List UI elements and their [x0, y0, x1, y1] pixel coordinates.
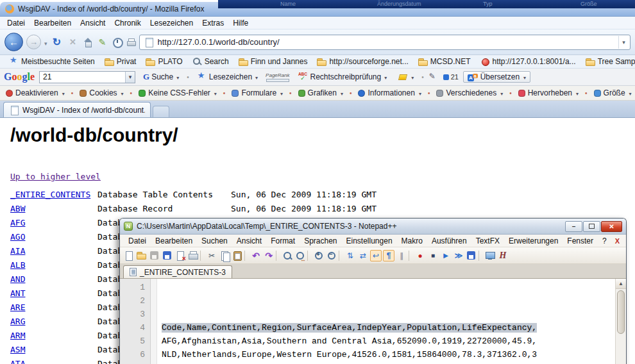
directory-entry-link[interactable]: ARG: [10, 317, 25, 326]
vertical-scrollbar[interactable]: [615, 279, 626, 364]
save-all-icon[interactable]: [162, 250, 173, 261]
printer-icon[interactable]: [126, 37, 136, 47]
google-bookmarks-button[interactable]: Lesezeichen: [194, 71, 261, 83]
close-document-icon[interactable]: X: [611, 237, 623, 245]
pencil-icon[interactable]: [428, 72, 439, 82]
html-preview-icon[interactable]: [497, 250, 509, 261]
webdev-menu-item[interactable]: Hervorheben: [506, 88, 582, 97]
webdev-menu-item[interactable]: Verschiedenes: [425, 88, 506, 97]
toolbar-separator[interactable]: [276, 251, 280, 261]
bookmark-item[interactable]: Search: [187, 56, 233, 67]
menu-item[interactable]: Ausführen: [427, 236, 471, 246]
bookmark-item[interactable]: http://sourceforge.net...: [312, 56, 412, 67]
directory-entry-link[interactable]: _ENTIRE_CONTENTS: [10, 190, 90, 199]
directory-entry-link[interactable]: ARM: [10, 331, 25, 340]
webdev-menu-item[interactable]: Deaktivieren: [3, 88, 68, 97]
toolbar-separator[interactable]: [200, 251, 205, 261]
menu-item[interactable]: Sprachen: [300, 236, 341, 246]
menu-item[interactable]: Extras: [198, 17, 228, 29]
toolbar-separator[interactable]: [339, 251, 343, 261]
clock-icon[interactable]: [112, 37, 123, 47]
monitor-icon[interactable]: [484, 250, 496, 261]
highlighter-button[interactable]: [394, 71, 417, 83]
pagerank-widget[interactable]: PageRank: [266, 72, 289, 82]
menu-item[interactable]: Ansicht: [76, 17, 110, 29]
bookmark-item[interactable]: Finn und Jannes: [233, 56, 312, 67]
toolbar-separator[interactable]: [307, 251, 312, 261]
directory-entry-link[interactable]: AFG: [10, 218, 25, 228]
up-to-higher-level-link[interactable]: Up to higher level: [10, 172, 101, 181]
menu-item[interactable]: Lesezeichen: [146, 17, 198, 29]
webdev-menu-item[interactable]: Formulare: [220, 88, 286, 97]
find-icon[interactable]: [282, 250, 293, 261]
bookmark-item[interactable]: http://127.0.0.1:8001/a...: [475, 56, 580, 67]
undo-icon[interactable]: [250, 250, 262, 261]
menu-item[interactable]: Makro: [397, 236, 427, 246]
bookmark-margin[interactable]: [151, 279, 157, 364]
menu-item[interactable]: Datei: [124, 236, 151, 246]
indent-guide-icon[interactable]: [396, 250, 407, 261]
url-text[interactable]: http://127.0.0.1/world-db/country/: [158, 37, 614, 47]
menu-item[interactable]: Bearbeiten: [151, 236, 197, 246]
menu-item[interactable]: Format: [266, 236, 300, 246]
word-find-button[interactable]: 21: [443, 73, 459, 81]
directory-entry-link[interactable]: AND: [10, 274, 25, 284]
record-macro-icon[interactable]: [414, 250, 426, 261]
bookmark-item[interactable]: Privat: [99, 56, 141, 67]
reload-button[interactable]: [51, 36, 64, 49]
google-search-input[interactable]: 21: [39, 71, 135, 83]
menu-item[interactable]: Fenster: [563, 236, 598, 246]
menu-item[interactable]: Ansicht: [232, 236, 266, 246]
show-all-chars-icon[interactable]: [383, 250, 394, 261]
history-dropdown-icon[interactable]: [44, 37, 47, 48]
webdev-menu-item[interactable]: Grafiken: [286, 88, 346, 97]
directory-entry-link[interactable]: ATA: [10, 359, 25, 364]
scrollbar-thumb[interactable]: [617, 290, 625, 334]
stop-record-icon[interactable]: [427, 250, 439, 261]
translate-button[interactable]: Übersetzen: [463, 71, 530, 83]
redo-icon[interactable]: [263, 250, 275, 261]
tab-wsgidav[interactable]: WsgiDAV - Index of /world-db/count...: [3, 102, 151, 117]
menu-item[interactable]: Erweiterungen: [504, 236, 563, 246]
back-button[interactable]: [4, 33, 23, 51]
stop-button[interactable]: [67, 36, 80, 49]
directory-entry-link[interactable]: ARE: [10, 302, 25, 312]
address-bar[interactable]: http://127.0.0.1/world-db/country/: [139, 35, 631, 50]
directory-entry-link[interactable]: AIA: [10, 246, 25, 256]
text-content[interactable]: Code,Name,Continent,Region,SurfaceArea,I…: [157, 279, 615, 364]
menu-item[interactable]: TextFX: [471, 236, 504, 246]
close-all-icon[interactable]: [174, 250, 186, 261]
feather-icon[interactable]: [96, 36, 109, 49]
google-search-button[interactable]: Suche: [140, 71, 182, 83]
menu-item[interactable]: ?: [598, 236, 611, 246]
directory-entry-link[interactable]: ANT: [10, 288, 25, 298]
directory-entry-link[interactable]: ALB: [10, 260, 25, 270]
webdev-menu-item[interactable]: Keine CSS-Fehler: [127, 88, 220, 97]
print-icon[interactable]: [187, 250, 199, 261]
toolbar-separator[interactable]: [409, 251, 413, 261]
zoom-out-icon[interactable]: [326, 250, 337, 261]
bookmark-item[interactable]: Meistbesuchte Seiten: [4, 56, 99, 67]
paste-icon[interactable]: [232, 250, 243, 261]
sync-horizontal-icon[interactable]: [357, 250, 369, 261]
toolbar-separator[interactable]: [478, 251, 483, 261]
scroll-up-icon[interactable]: [616, 279, 626, 289]
menu-item[interactable]: Bearbeiten: [30, 17, 76, 29]
home-icon[interactable]: [83, 37, 93, 47]
run-macro-multiple-icon[interactable]: [453, 250, 464, 261]
menu-item[interactable]: Datei: [3, 17, 30, 29]
document-tab[interactable]: _ENTIRE_CONTENTS-3: [123, 265, 232, 278]
urlbar-dropdown-button[interactable]: [618, 36, 629, 49]
spellcheck-button[interactable]: Rechtschreibprüfung: [294, 72, 390, 82]
notepadpp-titlebar[interactable]: N C:\Users\Martin\AppData\Local\Temp\_EN…: [120, 219, 626, 235]
bookmark-item[interactable]: Tree Samples: [580, 56, 635, 67]
editor-area[interactable]: 123456 Code,Name,Continent,Region,Surfac…: [120, 279, 626, 364]
menu-item[interactable]: Chronik: [110, 17, 145, 29]
menu-item[interactable]: Suchen: [197, 236, 232, 246]
bookmark-item[interactable]: PLATO: [140, 56, 187, 67]
copy-icon[interactable]: [219, 250, 230, 261]
search-history-dropdown-icon[interactable]: [125, 72, 135, 83]
minimize-button[interactable]: [565, 221, 582, 232]
replace-icon[interactable]: [294, 250, 306, 261]
new-tab-button[interactable]: [153, 106, 169, 117]
